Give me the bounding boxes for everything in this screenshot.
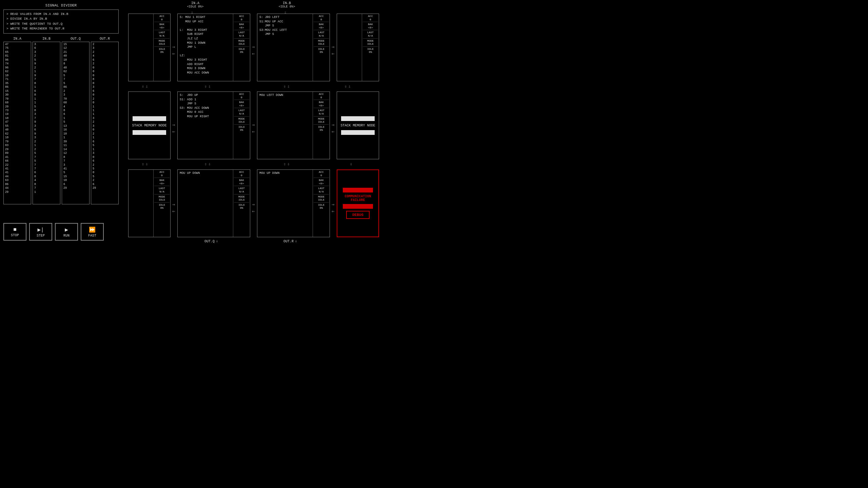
node-r3c3-last: LASTN/A xyxy=(314,187,329,194)
desc-line-1: > READ VALUES FROM IN.A AND IN.B xyxy=(6,12,116,17)
node-r2c2-code: S: JRO UP S1: ADD 1 JMP S S3: MOU ACC DO… xyxy=(178,92,233,159)
arrow-right3-icon: ⇒ xyxy=(332,44,334,50)
node-r2c3-bak: BAK<0> xyxy=(314,101,329,108)
node-r3c1-last: LASTN/A xyxy=(154,187,170,194)
col-in-a-values: 47 75 65 81 96 74 96 62 10 71 35 86 15 3… xyxy=(3,42,31,204)
node-r1c3-last: LASTN/A xyxy=(314,31,329,38)
node-r3c2-sidebar: ACC0 BAK<0> LASTN/A MODEIDLE IDLE0% xyxy=(233,170,250,237)
arrow-right2-icon: ⇒ xyxy=(252,44,255,50)
arrow-r1-c3-c4: ⇒ ⇐ xyxy=(332,44,334,57)
node-r3c2-bak: BAK<0> xyxy=(234,179,249,186)
node-r1c4-idle: IDLE0% xyxy=(363,47,378,55)
node-r3c3-sidebar: ACC0 BAK<0> LASTN/A MODEIDLE IDLE0% xyxy=(313,170,330,237)
node-r3c1-code xyxy=(129,170,153,237)
node-r2c2-sidebar: ACC0 BAK<0> LASTN/A MODEIDLE IDLE0% xyxy=(233,92,250,159)
arrow-r3-c1-c2: ⇒ ⇐ xyxy=(172,202,175,214)
stack-bar-1 xyxy=(133,116,166,121)
node-r1c3-code: S: JRO LEFT S1:MOU UP ACC JMP S S3:MOU A… xyxy=(257,14,313,81)
node-r1c2-last: LASTN/A xyxy=(234,31,249,38)
arrow-left4-icon: ⇐ xyxy=(172,129,175,135)
stack-bar-3 xyxy=(341,116,374,121)
arrow-r1-c2-c3: ⇒ ⇐ xyxy=(252,44,255,57)
node-r2c3-idle: IDLE0% xyxy=(314,125,329,133)
io-columns: IN.A 47 75 65 81 96 74 96 62 10 71 35 86… xyxy=(3,37,119,204)
v-arrow-r2r3-c3: ⇧ ⇩ xyxy=(283,162,290,167)
out-r-label: OUT.R ⇩ xyxy=(283,239,311,243)
stack-label-2: STACK MEMORY NODE xyxy=(340,124,375,127)
arrow-r2-c3-c4: ⇒ ⇐ xyxy=(332,122,334,135)
node-r1c1: ACC0 BAK<0> LASTN/A MODEIDLE IDLE0% xyxy=(128,14,171,81)
out-r-down-icon: ⇩ xyxy=(295,239,297,243)
node-r3c3-code: MOU UP DOWN xyxy=(257,170,313,237)
node-r1c1-sidebar: ACC0 BAK<0> LASTN/A MODEIDLE IDLE0% xyxy=(153,14,170,81)
node-r1c2: S: MOU 1 RIGHT MOU UP ACC L: MOU 3 RIGHT… xyxy=(177,14,250,81)
node-r1c3-acc: ACC0 xyxy=(314,15,329,22)
controls: ■ STOP ▶| STEP ▶ RUN ⏩ FAST xyxy=(3,223,104,241)
node-r3c3-mode: MODEIDLE xyxy=(314,195,329,203)
col-out-q-header: OUT.Q xyxy=(62,37,90,41)
node-r1c2-idle: IDLE0% xyxy=(234,47,249,55)
arrow-right4-icon: ⇒ xyxy=(172,122,175,128)
node-r1c4-code xyxy=(337,14,362,81)
col-in-a: IN.A 47 75 65 81 96 74 96 62 10 71 35 86… xyxy=(3,37,31,204)
node-r2c2-acc: ACC0 xyxy=(234,93,249,100)
node-r2c2-bak: BAK<0> xyxy=(234,101,249,108)
arrow-left5-icon: ⇐ xyxy=(252,129,255,135)
col-in-b-values: 3 6 3 2 5 9 2 1 9 7 8 1 6 8 1 1 5 8 3 7 … xyxy=(33,42,60,204)
step-button[interactable]: ▶| STEP xyxy=(29,223,52,241)
stack-label: STACK MEMORY NODE xyxy=(132,124,166,127)
fast-icon: ⏩ xyxy=(89,226,96,233)
node-r3c3: MOU UP DOWN ACC0 BAK<0> LASTN/A MODEIDLE… xyxy=(257,169,330,237)
comm-bar-2 xyxy=(343,204,373,209)
stop-label: STOP xyxy=(11,233,19,237)
arrow-right8-icon: ⇒ xyxy=(252,202,255,207)
run-button[interactable]: ▶ RUN xyxy=(55,223,78,241)
v-arrow-r1r2-c1: ⇧ ⇩ xyxy=(142,84,148,89)
stack-bar-4 xyxy=(341,130,374,135)
node-r1c4-sidebar: ACC0 BAK<0> LASTN/A MODEIDLE IDLE0% xyxy=(362,14,379,81)
node-r2c2: S: JRO UP S1: ADD 1 JMP S S3: MOU ACC DO… xyxy=(177,92,250,159)
v-arrow-r2r3-c1: ⇧ ⇩ xyxy=(142,162,148,167)
debug-button[interactable]: DEBUG xyxy=(346,211,370,219)
node-r2c3-mode: MODEIDLE xyxy=(314,117,329,125)
node-r3c2-idle: IDLE0% xyxy=(234,203,249,210)
node-r3c1-bak: BAK<0> xyxy=(154,179,170,186)
arrow-left9-icon: ⇐ xyxy=(332,208,334,214)
node-r1c3-mode: MODEIDLE xyxy=(314,39,329,47)
node-r1c4-acc: ACC0 xyxy=(363,15,378,22)
in-b-label: IN.B <IDLE 0%> xyxy=(273,1,300,8)
node-r3c2: MOU UP DOWN ACC0 BAK<0> LASTN/A MODEIDLE… xyxy=(177,169,250,237)
node-r3c2-acc: ACC0 xyxy=(234,170,249,178)
arrow-r3-c2-c3: ⇒ ⇐ xyxy=(252,202,255,214)
v-arrow-r1r2-c2: ⇧ ⇩ xyxy=(204,84,211,89)
node-r2c2-mode: MODEIDLE xyxy=(234,117,249,125)
down-arrow6-icon: ⇩ xyxy=(208,162,211,167)
arrow-left6-icon: ⇐ xyxy=(332,129,334,135)
arrow-right5-icon: ⇒ xyxy=(252,122,255,128)
down-arrow3-icon: ⇩ xyxy=(287,84,290,89)
node-r3c1-acc: ACC0 xyxy=(154,170,170,178)
node-r1c4-last: LASTN/A xyxy=(363,31,378,38)
node-r3c4-comm-failure: COMMUNICATIONFAILURE DEBUG xyxy=(337,169,379,237)
stop-button[interactable]: ■ STOP xyxy=(3,223,26,241)
col-in-b-header: IN.B xyxy=(33,37,60,41)
step-icon: ▶| xyxy=(37,226,44,233)
node-r3c1-idle: IDLE0% xyxy=(154,203,170,210)
node-r1c4: ACC0 BAK<0> LASTN/A MODEIDLE IDLE0% xyxy=(337,14,379,81)
arrow-left8-icon: ⇐ xyxy=(252,208,255,214)
node-r2c3-sidebar: ACC0 BAK<0> LASTN/A MODEIDLE IDLE0% xyxy=(313,92,330,159)
arrow-r2-c1-c2: ⇒ ⇐ xyxy=(172,122,175,135)
desc-line-2: > DIVIDE IN.A BY IN.B xyxy=(6,17,116,21)
down-arrow8-icon: ⇩ xyxy=(350,162,352,167)
col-out-r-values: 2 3 2 4 6 2 0 0 0 8 0 3 6 0 2 0 1 1 1 3 … xyxy=(91,42,119,204)
arrow-right6-icon: ⇒ xyxy=(332,122,334,128)
node-r1c1-acc: ACC0 xyxy=(154,15,170,22)
description-box: > READ VALUES FROM IN.A AND IN.B > DIVID… xyxy=(3,9,119,34)
node-r1c3-sidebar: ACC0 BAK<0> LASTN/A MODEIDLE IDLE0% xyxy=(313,14,330,81)
node-r1c2-sidebar: ACC0 BAK<0> LASTN/A MODEIDLE IDLE0% xyxy=(233,14,250,81)
node-r1c1-code xyxy=(129,14,153,81)
node-r1c1-bak: BAK<0> xyxy=(154,23,170,30)
node-r2c4-stack: STACK MEMORY NODE xyxy=(337,92,379,159)
fast-button[interactable]: ⏩ FAST xyxy=(81,223,104,241)
arrow-right7-icon: ⇒ xyxy=(172,202,175,207)
